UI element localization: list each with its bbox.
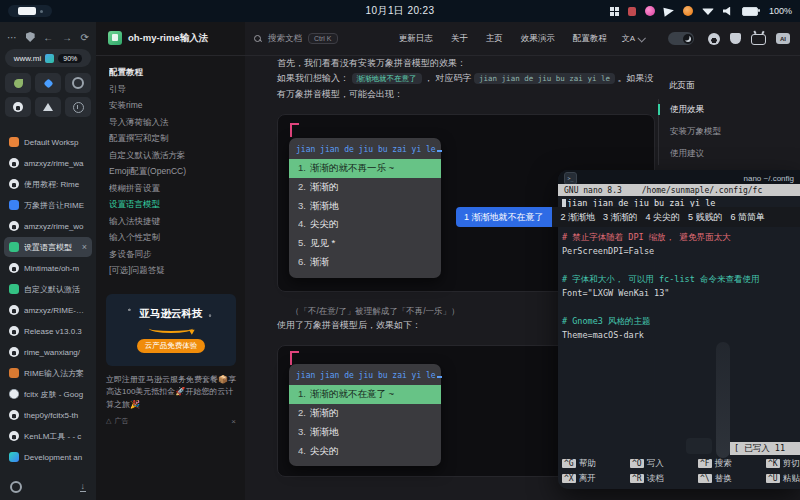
workspace-indicator[interactable] [8, 5, 52, 17]
extension-sparkle-button[interactable] [35, 73, 61, 93]
docs-nav-item[interactable]: Emoji配置(OpenCC) [109, 164, 239, 181]
ime-candidate[interactable]: 4 尖尖的 [646, 211, 681, 224]
toc-item[interactable]: 使用效果 [659, 99, 793, 121]
tray-app-orange-icon[interactable] [683, 6, 693, 16]
url-bar[interactable]: www.mi 90% [5, 49, 91, 67]
forward-icon[interactable]: → [62, 32, 72, 43]
toc-item[interactable]: 安装万象模型 [659, 121, 793, 143]
bilibili-icon[interactable] [751, 34, 766, 45]
ai-badge-icon[interactable]: AI [776, 33, 790, 44]
docs-nav-item[interactable]: 输入法快捷键 [109, 214, 239, 231]
header-nav-link[interactable]: 主页 [486, 33, 503, 45]
docs-nav-item[interactable]: 模糊拼音设置 [109, 181, 239, 198]
header-nav-link[interactable]: 效果演示 [521, 33, 555, 45]
system-tray[interactable]: 100% [610, 0, 792, 22]
browser-tab[interactable]: 使用教程: Rime [4, 174, 92, 194]
browser-tab[interactable]: 自定义默认激活 [4, 279, 92, 299]
ime-candidate[interactable]: 5 贱贱的 [688, 211, 723, 224]
gh-icon [9, 347, 19, 357]
shortcut-label: 剪切 [783, 458, 800, 470]
zoom-level-badge[interactable]: 90% [58, 54, 82, 63]
toc-item[interactable]: 使用建议 [659, 143, 793, 165]
theme-toggle[interactable] [668, 32, 694, 45]
ime-candidate: 5.见见 * [289, 234, 441, 253]
gitee-icon[interactable] [730, 33, 741, 44]
download-icon[interactable]: ↓ [80, 482, 87, 492]
ad-close-icon[interactable]: × [231, 417, 236, 426]
battery-icon[interactable] [742, 7, 758, 16]
text-cursor-mark [290, 123, 299, 137]
github-icon[interactable] [708, 33, 720, 45]
terminal-line [562, 302, 800, 316]
browser-tab[interactable]: Development an [4, 447, 92, 467]
tab-label: 设置语言模型 [24, 242, 77, 253]
docs-nav-item[interactable]: 安装rime [109, 98, 239, 115]
extension-leaf-button[interactable] [5, 73, 31, 93]
docs-sidebar: oh-my-rime输入法 配置教程引导安装rime导入薄荷输入法配置撰写和定制… [96, 22, 245, 500]
workspace-dot-icon [40, 10, 43, 13]
shield-icon[interactable] [26, 32, 35, 42]
docs-nav-item[interactable]: 输入个性定制 [109, 230, 239, 247]
docs-nav-item[interactable]: 自定义默认激活方案 [109, 148, 239, 165]
telegram-icon[interactable] [663, 6, 674, 16]
close-icon[interactable]: × [82, 242, 87, 252]
browser-tab[interactable]: fcitx 皮肤 - Goog [4, 384, 92, 404]
wifi-icon[interactable] [702, 7, 714, 15]
ime-candidate[interactable]: 2 渐渐地 [561, 211, 596, 224]
browser-tab[interactable]: amzxyz/rime_wa [4, 153, 92, 173]
terminal-line: # Gnome3 风格的主题 [562, 316, 800, 330]
search-button[interactable]: 搜索文档 Ctrl K [254, 33, 338, 45]
input-method-icon[interactable] [610, 7, 619, 16]
settings-gear-icon[interactable] [10, 481, 22, 493]
browser-tab[interactable]: rime_wanxiang/ [4, 342, 92, 362]
volume-icon[interactable] [723, 7, 733, 16]
docs-nav-list: 配置教程引导安装rime导入薄荷输入法配置撰写和定制自定义默认激活方案Emoji… [109, 65, 239, 280]
candidate-text: 渐渐的 [310, 407, 339, 420]
terminal-line: Font="LXGW WenKai 13" [562, 288, 800, 302]
browser-tab[interactable]: KenLM工具 - - c [4, 426, 92, 446]
tray-app-pink-icon[interactable] [645, 6, 655, 16]
ad-image[interactable]: 亚马逊云科技 云产品免费体验 [106, 294, 236, 366]
docs-nav-item[interactable]: 导入薄荷输入法 [109, 115, 239, 132]
docs-nav-item[interactable]: 设置语言模型 [109, 197, 239, 214]
language-selector[interactable]: 文A [622, 33, 644, 44]
browser-tab[interactable]: RIME输入法方案 [4, 363, 92, 383]
shortcut-label: 读档 [647, 473, 664, 485]
terminal-buffer[interactable]: # 禁止字体随着 DPI 缩放， 避免界面太大PerScreenDPI=Fals… [562, 232, 800, 344]
header-nav-link[interactable]: 配置教程 [573, 33, 607, 45]
extension-gear-button[interactable] [65, 73, 91, 93]
browser-tab[interactable]: thep0y/fcitx5-th [4, 405, 92, 425]
extension-grid [5, 73, 91, 117]
browser-tab[interactable]: Mintimate/oh-m [4, 258, 92, 278]
browser-tab[interactable]: 设置语言模型× [4, 237, 92, 257]
back-icon[interactable]: ← [43, 32, 53, 43]
doc-blue-icon [9, 200, 19, 210]
tray-app-red-icon[interactable] [628, 7, 636, 16]
extension-triangle-button[interactable] [35, 97, 61, 117]
browser-tab[interactable]: Default Worksp [4, 132, 92, 152]
docs-nav-item[interactable]: [可选]问题答疑 [109, 263, 239, 280]
docs-nav-item[interactable]: 配置撰写和定制 [109, 131, 239, 148]
shortcut-label: 粘贴 [783, 473, 800, 485]
candidate-text: 渐渐地 [310, 200, 339, 213]
browser-tab[interactable]: 万象拼音让RIME [4, 195, 92, 215]
ime-selected-candidate[interactable]: 1 渐渐地就不在意了 [456, 207, 552, 227]
ime-candidate[interactable]: 6 简简单 [731, 211, 766, 224]
browser-tab[interactable]: amzxyz/RIME-LM [4, 300, 92, 320]
site-logo[interactable]: oh-my-rime输入法 [108, 31, 208, 45]
header-nav-link[interactable]: 更新日志 [399, 33, 433, 45]
docs-nav-item[interactable]: 引导 [109, 82, 239, 99]
browser-tab[interactable]: amzxyz/rime_wo [4, 216, 92, 236]
docs-nav-item[interactable]: 多设备同步 [109, 247, 239, 264]
header-nav-link[interactable]: 关于 [451, 33, 468, 45]
menu-icon[interactable]: ⋯ [7, 32, 17, 43]
docs-nav-item[interactable]: 配置教程 [109, 65, 239, 82]
browser-tab[interactable]: Release v13.0.3 [4, 321, 92, 341]
candidate-number: 1. [298, 162, 306, 175]
reload-icon[interactable]: ⟳ [81, 32, 89, 43]
clock[interactable]: 10月1日 20:23 [366, 4, 435, 18]
extension-info-button[interactable] [65, 97, 91, 117]
ime-candidate[interactable]: 3 渐渐的 [603, 211, 638, 224]
ad-card[interactable]: 亚马逊云科技 云产品免费体验 立即注册亚马逊云服务免费套餐📦享高达100美元抵扣… [106, 294, 236, 426]
extension-github-button[interactable] [5, 97, 31, 117]
